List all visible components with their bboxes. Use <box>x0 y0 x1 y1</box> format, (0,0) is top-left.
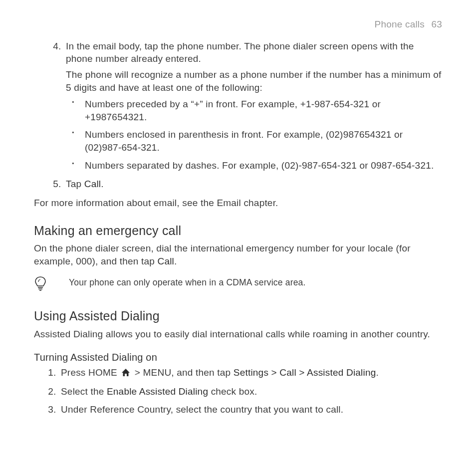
assisted-s2-c: check box. <box>208 386 257 397</box>
tip-icon-col <box>34 276 69 295</box>
emergency-call-bold: Call <box>158 256 175 266</box>
numbered-list-continued: In the email body, tap the phone number.… <box>34 40 442 191</box>
emergency-text-1: On the phone dialer screen, dial the int… <box>34 243 411 266</box>
subheading-turning-on: Turning Assisted Dialing on <box>34 351 442 364</box>
step-4-bullets: Numbers preceded by a “+” in front. For … <box>66 98 442 172</box>
document-page: { "header":{"section":"Phone calls","pag… <box>0 0 476 476</box>
page-header: Phone calls 63 <box>34 18 442 31</box>
heading-assisted: Using Assisted Dialing <box>34 308 442 325</box>
emergency-paragraph: On the phone dialer screen, dial the int… <box>34 242 442 267</box>
heading-emergency: Making an emergency call <box>34 223 442 239</box>
assisted-s1-a: Press HOME <box>61 367 120 378</box>
assisted-s1-d: . <box>376 367 378 378</box>
email-chapter-note: For more information about email, see th… <box>34 197 442 210</box>
assisted-s2-a: Select the <box>61 386 107 397</box>
header-section: Phone calls <box>375 19 425 29</box>
tip-row: Your phone can only operate when in a CD… <box>34 276 442 295</box>
assisted-intro: Assisted Dialing allows you to easily di… <box>34 328 442 341</box>
tip-text: Your phone can only operate when in a CD… <box>69 276 442 289</box>
assisted-s2-bold: Enable Assisted Dialing <box>107 386 208 397</box>
step-5-pre: Tap <box>66 179 84 189</box>
step-4-para-1: In the email body, tap the phone number.… <box>66 40 442 65</box>
bullet-3: Numbers separated by dashes. For example… <box>83 159 442 172</box>
header-page-number: 63 <box>431 19 442 29</box>
assisted-steps: Press HOME > MENU, and then tap Settings… <box>34 366 442 416</box>
assisted-step-2: Select the Enable Assisted Dialing check… <box>59 385 442 398</box>
bullet-1: Numbers preceded by a “+” in front. For … <box>83 98 442 123</box>
home-icon <box>121 368 131 381</box>
step-5: Tap Call. <box>64 178 442 191</box>
assisted-step-1: Press HOME > MENU, and then tap Settings… <box>59 366 442 381</box>
step-4: In the email body, tap the phone number.… <box>64 40 442 172</box>
bullet-2: Numbers enclosed in parenthesis in front… <box>83 128 442 154</box>
assisted-step-3: Under Reference Country, select the coun… <box>59 403 442 416</box>
step-4-para-2: The phone will recognize a number as a p… <box>66 68 442 94</box>
step-5-bold: Call <box>84 179 101 189</box>
lightbulb-icon <box>34 276 47 295</box>
assisted-s1-b: > MENU, and then tap <box>135 367 234 378</box>
step-5-post: . <box>101 179 103 189</box>
emergency-text-2: . <box>174 256 177 266</box>
assisted-s1-bold: Settings > Call > Assisted Dialing <box>234 367 376 378</box>
